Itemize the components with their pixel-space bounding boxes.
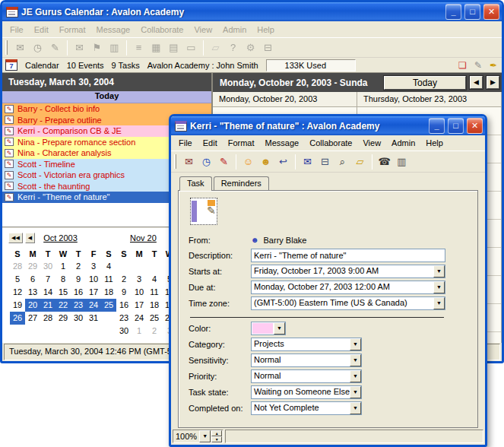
calendar-day-16[interactable]: 16	[116, 299, 132, 312]
menu-format[interactable]: Format	[55, 24, 90, 36]
calendar-day-18[interactable]: 18	[101, 286, 116, 299]
calendar-day-23[interactable]: 23	[71, 299, 86, 312]
time-zone-select[interactable]: (GMT-5:00) Eastern Time (US & Canada)▼	[251, 296, 445, 310]
signature-icon[interactable]: ✒	[490, 60, 497, 71]
calendar-day-28[interactable]: 28	[10, 260, 25, 273]
clock-icon[interactable]: ◷	[29, 40, 46, 55]
calendar-day-30[interactable]: 30	[116, 325, 132, 338]
calendar-day-13[interactable]: 13	[25, 286, 40, 299]
mail-properties-icon[interactable]: ✉	[299, 154, 316, 170]
menu-edit[interactable]: Edit	[198, 137, 222, 149]
description-input[interactable]	[251, 249, 445, 262]
phone-add-icon[interactable]: ☎	[376, 154, 393, 170]
calendar-day-4[interactable]: 4	[147, 273, 162, 286]
menu-admin[interactable]: Admin	[218, 24, 251, 36]
sensitivity-select[interactable]: Normal▼	[251, 353, 362, 367]
day-column-header-thursday[interactable]: Thursday, October 23, 2003	[357, 92, 502, 106]
calendar-day-20[interactable]: 20	[25, 299, 40, 312]
notes-icon[interactable]: ❏	[458, 60, 467, 71]
sensitivity-dropdown-button[interactable]: ▼	[350, 354, 361, 366]
forward-icon[interactable]: ☺	[239, 154, 257, 170]
calendar-day-2[interactable]: 2	[147, 325, 162, 338]
calendar-day-17[interactable]: 17	[132, 299, 147, 312]
calendar-day-31[interactable]: 31	[86, 312, 101, 325]
trash-icon[interactable]: ▥	[106, 40, 123, 55]
folder-icon[interactable]: ▱	[207, 40, 224, 55]
menu-collaborate[interactable]: Collaborate	[305, 137, 357, 149]
toolbar-handle[interactable]	[5, 40, 8, 55]
search-icon[interactable]: ⌕	[334, 154, 351, 170]
calendar-day-17[interactable]: 17	[86, 286, 101, 299]
completed-on-select[interactable]: Not Yet Complete▼	[251, 401, 362, 415]
help-icon[interactable]: ?	[224, 40, 242, 55]
calendar-day-6[interactable]: 6	[25, 273, 40, 286]
completed-on-dropdown-button[interactable]: ▼	[350, 402, 361, 414]
calendar-day-9[interactable]: 9	[116, 286, 132, 299]
calendar-day-10[interactable]: 10	[132, 286, 147, 299]
due-at-select[interactable]: Monday, October 27, 2003 12:00 AM▼	[251, 281, 445, 294]
color-dropdown-button[interactable]: ▼	[274, 322, 285, 334]
clock-icon[interactable]: ◷	[198, 154, 215, 170]
today-button[interactable]: Today	[384, 76, 466, 90]
calendar-day-8[interactable]: 8	[55, 273, 71, 286]
trash-icon[interactable]: ▥	[393, 154, 410, 170]
starts-at-select[interactable]: Friday, October 17, 2003 9:00 AM▼	[251, 265, 445, 278]
mail-schedule-icon[interactable]: ✉	[11, 40, 29, 55]
pencil-icon[interactable]: ✎	[474, 60, 482, 71]
calendar-day-30[interactable]: 30	[40, 260, 55, 273]
maximize-button[interactable]: □	[464, 4, 480, 20]
calendar-day-11[interactable]: 11	[101, 273, 116, 286]
calendar-day-10[interactable]: 10	[86, 273, 101, 286]
month-view-icon[interactable]: ▦	[147, 40, 165, 55]
calendar-day-24[interactable]: 24	[132, 312, 147, 325]
list-view-icon[interactable]: ≡	[130, 40, 147, 55]
color-select[interactable]: ▼	[251, 322, 286, 335]
calendar-day-21[interactable]: 21	[40, 299, 55, 312]
calendar-day-24[interactable]: 24	[86, 299, 101, 312]
calendar-day-28[interactable]: 28	[40, 312, 55, 325]
calendar-day-19[interactable]: 19	[10, 299, 25, 312]
task-state-select[interactable]: Waiting on Someone Else▼	[251, 385, 362, 399]
menu-view[interactable]: View	[189, 24, 217, 36]
prev-year-button[interactable]: ◀◀	[8, 233, 23, 243]
category-dropdown-button[interactable]: ▼	[350, 338, 361, 350]
calendar-day-26[interactable]: 26	[10, 312, 25, 325]
day-column-header-monday[interactable]: Monday, October 20, 2003	[213, 92, 357, 106]
calendar-day-25[interactable]: 25	[147, 312, 162, 325]
priority-select[interactable]: Normal▼	[251, 369, 362, 383]
minimize-button[interactable]: _	[445, 4, 461, 20]
dialog-close-button[interactable]: ✕	[467, 118, 483, 134]
note-edit-icon[interactable]: ✎	[215, 154, 233, 170]
zoom-down-button[interactable]: ▼	[211, 436, 222, 442]
calendar-day-30[interactable]: 30	[71, 312, 86, 325]
dialog-minimize-button[interactable]: _	[429, 118, 445, 134]
flag-icon[interactable]: ⚑	[88, 40, 106, 55]
mail-list-icon[interactable]: ✉	[71, 40, 88, 55]
close-button[interactable]: ✕	[483, 4, 499, 20]
dialog-maximize-button[interactable]: □	[448, 118, 464, 134]
task-state-dropdown-button[interactable]: ▼	[350, 386, 361, 398]
due-at-dropdown-button[interactable]: ▼	[433, 281, 445, 293]
menu-format[interactable]: Format	[223, 137, 259, 149]
next-week-button[interactable]: ▶	[487, 76, 499, 89]
calendar-day-5[interactable]: 5	[10, 273, 25, 286]
menu-collaborate[interactable]: Collaborate	[136, 24, 188, 36]
priority-dropdown-button[interactable]: ▼	[350, 370, 361, 382]
calendar-day-2[interactable]: 2	[116, 273, 132, 286]
calendar-day-11[interactable]: 11	[147, 286, 162, 299]
tools-icon[interactable]: ⚙	[242, 40, 259, 55]
calendar-day-7[interactable]: 7	[40, 273, 55, 286]
calendar-day-3[interactable]: 3	[132, 273, 147, 286]
toolbar-handle[interactable]	[174, 154, 176, 169]
menu-view[interactable]: View	[358, 137, 385, 149]
menu-message[interactable]: Message	[92, 24, 135, 36]
menu-file[interactable]: File	[5, 24, 28, 36]
calendar-day-3[interactable]: 3	[86, 260, 101, 273]
calendar-day-18[interactable]: 18	[147, 299, 162, 312]
folder-icon[interactable]: ▱	[351, 154, 369, 170]
calendar-day-27[interactable]: 27	[25, 312, 40, 325]
calendar-day-1[interactable]: 1	[132, 325, 147, 338]
calendar-day-29[interactable]: 29	[25, 260, 40, 273]
calendar-day-2[interactable]: 2	[71, 260, 86, 273]
starts-at-dropdown-button[interactable]: ▼	[433, 265, 445, 277]
